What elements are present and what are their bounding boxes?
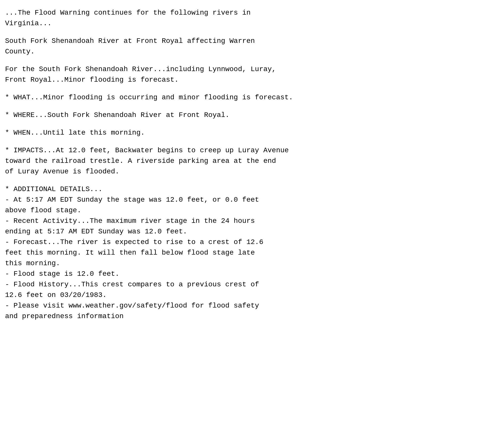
paragraph-where: * WHERE...South Fork Shenandoah River at… — [5, 110, 496, 120]
paragraph-what: * WHAT...Minor flooding is occurring and… — [5, 92, 496, 103]
paragraph-impacts: * IMPACTS...At 12.0 feet, Backwater begi… — [5, 145, 496, 177]
paragraph-location: South Fork Shenandoah River at Front Roy… — [5, 36, 496, 57]
paragraph-when: * WHEN...Until late this morning. — [5, 128, 496, 138]
paragraph-forecast-summary: For the South Fork Shenandoah River...in… — [5, 64, 496, 85]
paragraph-additional-details: * ADDITIONAL DETAILS... - At 5:17 AM EDT… — [5, 184, 496, 322]
main-content: ...The Flood Warning continues for the f… — [5, 8, 496, 322]
paragraph-intro: ...The Flood Warning continues for the f… — [5, 8, 496, 29]
